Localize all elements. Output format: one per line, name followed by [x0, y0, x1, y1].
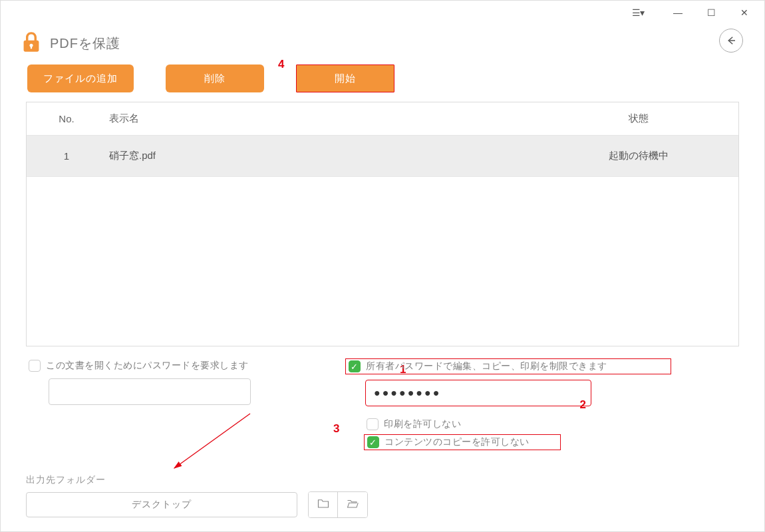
lock-icon	[22, 31, 41, 55]
col-status-header: 状態	[539, 112, 738, 125]
start-button[interactable]: 開始	[296, 65, 394, 92]
owner-password-checkbox[interactable]	[349, 360, 361, 372]
svg-rect-1	[31, 46, 32, 49]
menu-icon[interactable]: ☰▾	[623, 3, 653, 23]
open-folder-button[interactable]	[338, 492, 367, 517]
row-status: 起動の待機中	[539, 150, 738, 162]
file-table: No. 表示名 状態 1 硝子窓.pdf 起動の待機中	[26, 102, 739, 346]
minimize-button[interactable]: —	[663, 3, 692, 23]
delete-button[interactable]: 削除	[166, 65, 264, 92]
open-password-label: この文書を開くためにパスワードを要求します	[46, 360, 249, 372]
table-row[interactable]: 1 硝子窓.pdf 起動の待機中	[27, 136, 738, 177]
add-file-button[interactable]: ファイルの追加	[27, 65, 134, 92]
disallow-copy-checkbox[interactable]	[367, 436, 379, 448]
disallow-copy-row: コンテンツのコピーを許可しない	[364, 434, 561, 450]
annotation-2: 2	[580, 398, 586, 412]
options-panel: この文書を開くためにパスワードを要求します 所有者パスワードで編集、コピー、印刷…	[1, 346, 764, 450]
toolbar: ファイルの追加 削除 開始	[1, 61, 764, 102]
open-password-group: この文書を開くためにパスワードを要求します	[26, 358, 305, 450]
page-header: PDFを保護	[1, 25, 764, 61]
annotation-3: 3	[333, 422, 339, 436]
row-no: 1	[27, 150, 106, 162]
app-window: ☰▾ — ☐ ✕ PDFを保護 4 ファイルの追加 削除 開始 No. 表示名 …	[0, 0, 765, 532]
annotation-4: 4	[278, 58, 284, 71]
open-password-input[interactable]	[49, 378, 251, 405]
owner-password-checkbox-row: 所有者パスワードで編集、コピー、印刷を制限できます	[345, 358, 671, 374]
titlebar: ☰▾ — ☐ ✕	[1, 1, 764, 25]
owner-password-group: 所有者パスワードで編集、コピー、印刷を制限できます 2 3 印刷を許可しない コ…	[345, 358, 739, 450]
disallow-print-row: 印刷を許可しない	[364, 417, 739, 432]
output-folder-label: 出力先フォルダー	[26, 474, 368, 486]
disallow-copy-label: コンテンツのコピーを許可しない	[384, 436, 530, 448]
disallow-print-label: 印刷を許可しない	[384, 418, 461, 430]
folder-open-icon	[347, 498, 359, 511]
folder-icon	[317, 498, 329, 511]
disallow-print-checkbox[interactable]	[367, 418, 379, 430]
browse-folder-button[interactable]	[309, 492, 338, 517]
back-button[interactable]	[719, 29, 743, 53]
table-header: No. 表示名 状態	[27, 102, 738, 136]
owner-password-label: 所有者パスワードで編集、コピー、印刷を制限できます	[366, 360, 607, 372]
close-button[interactable]: ✕	[730, 3, 759, 23]
open-password-checkbox-row: この文書を開くためにパスワードを要求します	[26, 358, 305, 373]
col-no-header: No.	[27, 113, 106, 124]
output-folder-buttons	[308, 491, 368, 518]
output-folder-group: 出力先フォルダー	[26, 474, 368, 518]
output-folder-input[interactable]	[26, 492, 297, 517]
maximize-button[interactable]: ☐	[696, 3, 726, 23]
row-name: 硝子窓.pdf	[106, 150, 539, 162]
output-controls	[26, 491, 368, 518]
open-password-checkbox[interactable]	[29, 360, 41, 372]
page-title: PDFを保護	[50, 35, 120, 53]
col-name-header: 表示名	[106, 112, 539, 125]
owner-password-input[interactable]	[365, 380, 591, 406]
